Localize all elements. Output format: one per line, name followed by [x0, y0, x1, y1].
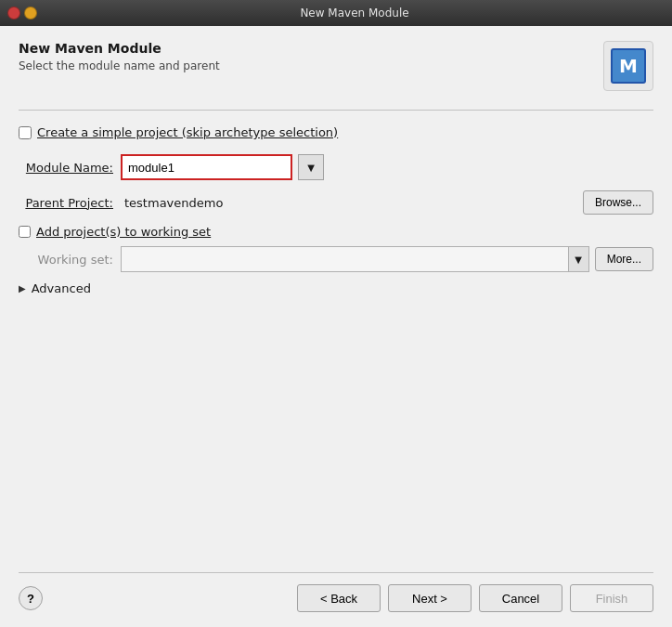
working-set-field-label: Working set:: [19, 253, 121, 267]
advanced-label: Advanced: [32, 281, 91, 295]
separator: [19, 110, 653, 111]
help-button[interactable]: ?: [19, 586, 43, 610]
module-name-input[interactable]: [121, 154, 292, 180]
simple-project-checkbox[interactable]: [19, 126, 32, 139]
simple-project-row: Create a simple project (skip archetype …: [19, 125, 653, 139]
title-bar-title: New Maven Module: [45, 7, 665, 20]
maven-icon: M: [603, 41, 653, 91]
working-set-dropdown-arrow[interactable]: ▼: [568, 247, 588, 271]
button-bar: ? < Back Next > Cancel Finish: [19, 572, 653, 612]
working-set-checkbox[interactable]: [19, 226, 31, 238]
module-name-input-wrap: ▼: [121, 154, 653, 180]
close-button[interactable]: [7, 7, 20, 20]
more-button[interactable]: More...: [595, 247, 653, 271]
working-set-checkbox-row: Add project(s) to working set: [19, 225, 653, 239]
dialog-title: New Maven Module: [19, 41, 220, 56]
working-set-label[interactable]: Add project(s) to working set: [36, 225, 211, 239]
simple-project-label[interactable]: Create a simple project (skip archetype …: [37, 125, 338, 139]
next-button[interactable]: Next >: [388, 584, 472, 612]
working-set-field-row: Working set: ▼ More...: [19, 246, 653, 272]
parent-project-input-wrap: testmavendemo Browse...: [121, 189, 653, 216]
dialog-subtitle: Select the module name and parent: [19, 59, 220, 72]
browse-button[interactable]: Browse...: [583, 190, 653, 215]
parent-project-label: Parent Project:: [19, 196, 121, 210]
dialog-header: New Maven Module Select the module name …: [19, 41, 653, 91]
working-set-section: Add project(s) to working set Working se…: [19, 225, 653, 272]
parent-project-value: testmavendemo: [121, 189, 577, 216]
working-set-combo[interactable]: ▼: [121, 246, 589, 272]
parent-project-row: Parent Project: testmavendemo Browse...: [19, 189, 653, 216]
form-content: Create a simple project (skip archetype …: [19, 125, 653, 572]
title-bar: New Maven Module: [0, 0, 672, 26]
back-button[interactable]: < Back: [297, 584, 381, 612]
minimize-button[interactable]: [24, 7, 37, 20]
advanced-arrow-icon: ▶: [19, 283, 26, 294]
maven-icon-letter: M: [611, 48, 646, 84]
module-name-row: Module Name: ▼: [19, 154, 653, 180]
cancel-button[interactable]: Cancel: [479, 584, 562, 612]
nav-buttons: < Back Next > Cancel Finish: [297, 584, 653, 612]
dialog: New Maven Module Select the module name …: [0, 26, 672, 627]
advanced-row[interactable]: ▶ Advanced: [19, 281, 653, 295]
finish-button[interactable]: Finish: [570, 584, 653, 612]
module-name-dropdown[interactable]: ▼: [298, 154, 324, 180]
dialog-header-text: New Maven Module Select the module name …: [19, 41, 220, 72]
title-bar-buttons: [7, 7, 37, 20]
module-name-label: Module Name:: [19, 161, 121, 175]
